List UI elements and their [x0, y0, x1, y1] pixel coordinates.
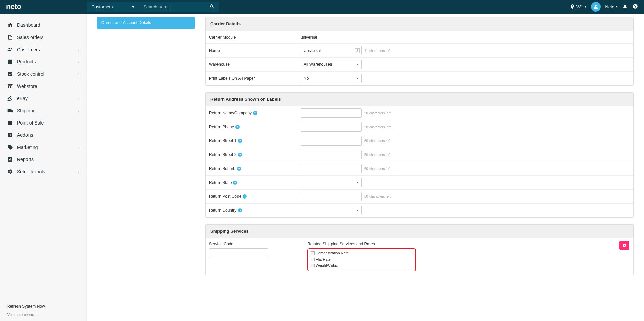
panel-shipping-services: Shipping Services Service Code Related S…	[205, 224, 634, 275]
row-return-street-: Return Street 2 ? 50 characters left.	[206, 148, 633, 162]
name-input[interactable]	[301, 46, 362, 55]
help-button[interactable]	[632, 4, 638, 10]
search-context-dropdown[interactable]: Customers ▾	[87, 2, 139, 12]
panel-header: Return Address Shown on Labels	[206, 93, 633, 106]
help-icon[interactable]: ?	[233, 181, 237, 185]
user-menu[interactable]: Neto ▾	[605, 4, 618, 10]
sidebar-item-customers[interactable]: Customers ›	[0, 43, 86, 56]
row-return-post-code: Return Post Code ? 50 characters left.	[206, 190, 633, 204]
chevron-right-icon: ›	[78, 170, 79, 174]
return-name-company-input[interactable]	[301, 108, 362, 118]
checkbox-label: Demonstration Rate	[316, 251, 349, 255]
return-street--input[interactable]	[301, 136, 362, 146]
return-state-select[interactable]	[301, 178, 362, 187]
label: Return Name/Company ?	[206, 111, 301, 115]
app-header: neto Customers ▾ W1 ▾ Neto ▾	[0, 0, 644, 14]
row-return-state: Return State ?	[206, 176, 633, 190]
sidebar-item-reports[interactable]: Reports	[0, 153, 86, 166]
row-print-labels: Print Labels On A4 Paper No	[206, 72, 633, 85]
checkbox-flat-rate[interactable]: Flat Rate	[311, 257, 358, 261]
avatar[interactable]	[591, 2, 601, 12]
row-return-suburb: Return Suburb ? 50 characters left.	[206, 162, 633, 176]
return-phone-input[interactable]	[301, 122, 362, 132]
sidebar-item-addons[interactable]: Addons	[0, 129, 86, 141]
help-icon[interactable]: ?	[253, 111, 257, 115]
plus-icon	[7, 132, 14, 138]
return-country-select[interactable]	[301, 206, 362, 215]
chart-icon	[7, 157, 14, 162]
sidebar-item-products[interactable]: Products ›	[0, 56, 86, 68]
sidebar-item-stock-control[interactable]: Stock control ›	[0, 68, 86, 80]
sidebar: Dashboard Sales orders › Customers › Pro…	[0, 14, 87, 279]
search-input[interactable]	[139, 4, 205, 10]
nav-label: Reports	[17, 157, 79, 162]
help-icon	[632, 4, 638, 9]
caret-down-icon: ▾	[132, 4, 134, 10]
help-icon[interactable]: ?	[237, 167, 241, 171]
section-nav-carrier-details[interactable]: Carrier and Account Details	[97, 17, 195, 29]
store-icon	[7, 83, 14, 89]
location-selector[interactable]: W1 ▾	[570, 4, 586, 10]
notifications-button[interactable]	[622, 4, 628, 10]
return-street--input[interactable]	[301, 150, 362, 159]
sidebar-item-setup-tools[interactable]: Setup & tools ›	[0, 166, 86, 178]
nav-label: Customers	[17, 47, 78, 52]
sidebar-item-sales-orders[interactable]: Sales orders ›	[0, 31, 86, 43]
user-label: Neto	[605, 4, 614, 10]
close-icon	[622, 243, 626, 247]
help-icon[interactable]: ?	[238, 153, 242, 157]
sidebar-item-marketing[interactable]: Marketing ›	[0, 141, 86, 153]
caret-down-icon: ▾	[616, 5, 618, 8]
sidebar-item-ebay[interactable]: eBay ›	[0, 92, 86, 105]
help-icon[interactable]: ?	[238, 139, 242, 143]
help-icon[interactable]: ?	[235, 125, 240, 129]
nav-label: Addons	[17, 132, 79, 138]
checkbox-icon	[311, 264, 315, 267]
nav-label: Point of Sale	[17, 120, 79, 126]
hint: 50 characters left.	[364, 167, 391, 171]
chevron-right-icon: ›	[78, 48, 79, 52]
bell-icon	[622, 4, 628, 9]
return-post-code-input[interactable]	[301, 192, 362, 201]
help-icon[interactable]: ?	[238, 208, 242, 212]
chevron-right-icon: ›	[78, 84, 79, 88]
checkbox-label: Weight/Cubic	[316, 263, 338, 267]
label-warehouse: Warehouse	[206, 62, 301, 67]
sidebar-item-point-of-sale[interactable]: Point of Sale	[0, 117, 86, 129]
search-button[interactable]	[205, 4, 219, 10]
sidebar-item-dashboard[interactable]: Dashboard	[0, 19, 86, 31]
service-code-input[interactable]	[209, 248, 268, 258]
row-return-phone: Return Phone ? 50 characters left.	[206, 120, 633, 134]
gear-icon	[7, 169, 14, 174]
help-icon[interactable]: ?	[243, 194, 247, 199]
related-services-box: Demonstration RateFlat RateWeight/Cubic	[307, 248, 416, 271]
truck-icon	[7, 108, 14, 113]
pos-icon	[7, 120, 14, 126]
return-suburb-input[interactable]	[301, 164, 362, 173]
chevron-right-icon: ›	[78, 109, 79, 113]
row-return-name-company: Return Name/Company ? 50 characters left…	[206, 106, 633, 120]
sidebar-item-shipping[interactable]: Shipping ›	[0, 105, 86, 117]
print-select[interactable]: No	[301, 74, 362, 83]
nav-list: Dashboard Sales orders › Customers › Pro…	[0, 14, 86, 279]
caret-down-icon: ▾	[585, 5, 586, 8]
section-nav: Carrier and Account Details	[97, 17, 195, 275]
delete-service-button[interactable]	[619, 241, 629, 250]
panel-carrier-details: Carrier Details Carrier Module universal…	[205, 17, 634, 86]
value-carrier-module: universal	[301, 35, 630, 40]
chevron-right-icon: ›	[78, 97, 79, 100]
sidebar-item-webstore[interactable]: Webstore ›	[0, 80, 86, 92]
header-right: W1 ▾ Neto ▾	[570, 2, 644, 12]
tag-icon	[7, 145, 14, 150]
row-return-country: Return Country ?	[206, 204, 633, 217]
checkbox-weight-cubic[interactable]: Weight/Cubic	[311, 263, 358, 267]
checkbox-icon	[311, 258, 315, 261]
related-services-label: Related Shipping Services and Rates	[307, 242, 630, 246]
person-icon	[593, 4, 599, 10]
checkbox-demonstration-rate[interactable]: Demonstration Rate	[311, 251, 358, 255]
label-carrier-module: Carrier Module	[206, 35, 301, 40]
row-carrier-module: Carrier Module universal	[206, 31, 633, 44]
main-content: Carrier and Account Details Carrier Deta…	[87, 14, 644, 279]
warehouse-select[interactable]: All Warehouses	[301, 60, 362, 69]
row-warehouse: Warehouse All Warehouses	[206, 58, 633, 72]
